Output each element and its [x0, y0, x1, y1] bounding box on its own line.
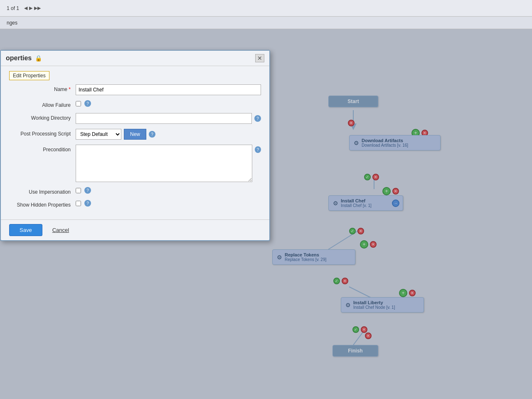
lock-icon: 🔒: [35, 55, 42, 62]
show-hidden-checkbox[interactable]: [76, 201, 81, 206]
edit-properties-label: Edit Properties: [9, 71, 49, 80]
dialog-footer: Save Cancel: [1, 219, 269, 240]
allow-failure-field: ?: [76, 100, 261, 107]
show-hidden-field: ?: [76, 200, 261, 207]
show-hidden-help-icon[interactable]: ?: [84, 200, 91, 207]
nav-prev-icon[interactable]: ◀: [24, 5, 27, 11]
name-field-container: [76, 84, 261, 95]
dialog-title-left: operties 🔒: [6, 54, 42, 62]
cancel-button[interactable]: Cancel: [47, 224, 74, 236]
nav-next-icon[interactable]: ▶: [29, 5, 32, 11]
precondition-help-icon[interactable]: ?: [255, 146, 261, 153]
use-impersonation-label: Use Impersonation: [9, 187, 76, 195]
precondition-container: ?: [76, 145, 261, 182]
post-processing-container: Step Default New ?: [76, 129, 261, 140]
dialog-title-text: operties: [6, 54, 32, 62]
allow-failure-checkbox[interactable]: [76, 101, 81, 106]
post-processing-row: Step Default New ?: [76, 129, 261, 140]
nav-last-icon[interactable]: ▶▶: [34, 5, 41, 11]
top-bar: 1 of 1 ◀ ▶ ▶▶: [0, 0, 532, 17]
nav-arrows: ◀ ▶ ▶▶: [24, 5, 41, 11]
name-input[interactable]: [76, 84, 261, 95]
working-dir-container: ?: [76, 113, 261, 124]
precondition-label: Precondition: [9, 145, 76, 153]
post-processing-dropdown[interactable]: Step Default: [76, 129, 121, 140]
post-processing-help-icon[interactable]: ?: [149, 131, 155, 138]
form-row-precondition: Precondition ?: [9, 145, 261, 182]
form-row-impersonation: Use Impersonation ?: [9, 187, 261, 195]
new-button[interactable]: New: [124, 129, 146, 140]
use-impersonation-help-icon[interactable]: ?: [84, 187, 91, 194]
dialog-body: Edit Properties Name * Allow Failure ?: [1, 66, 269, 219]
post-processing-label: Post Processing Script: [9, 129, 76, 137]
show-hidden-label: Show Hidden Properties: [9, 200, 76, 208]
dialog-close-button[interactable]: ✕: [255, 54, 264, 62]
page-indicator: 1 of 1: [7, 5, 19, 11]
name-label: Name *: [9, 84, 76, 92]
working-dir-label: Working Directory: [9, 113, 76, 121]
form-row-working-dir: Working Directory ?: [9, 113, 261, 124]
precondition-textarea[interactable]: [76, 145, 252, 182]
secondary-bar: nges: [0, 17, 532, 29]
allow-failure-help-icon[interactable]: ?: [84, 100, 91, 107]
secondary-bar-text: nges: [7, 20, 17, 26]
properties-dialog: operties 🔒 ✕ Edit Properties Name * Allo…: [0, 50, 270, 241]
use-impersonation-field: ?: [76, 187, 261, 194]
form-row-show-hidden: Show Hidden Properties ?: [9, 200, 261, 208]
form-row-name: Name *: [9, 84, 261, 95]
form-row-post-processing: Post Processing Script Step Default New …: [9, 129, 261, 140]
working-dir-input[interactable]: [76, 113, 252, 124]
main-area: Start ✕ + ✕ ⚙ Download Artifacts Downloa…: [0, 29, 532, 399]
use-impersonation-checkbox[interactable]: [76, 188, 81, 193]
required-star: *: [67, 86, 71, 92]
form-row-allow-failure: Allow Failure ?: [9, 100, 261, 108]
working-dir-help-icon[interactable]: ?: [254, 115, 261, 122]
save-button[interactable]: Save: [9, 224, 42, 236]
dialog-title-bar: operties 🔒 ✕: [1, 51, 269, 66]
allow-failure-label: Allow Failure: [9, 100, 76, 108]
